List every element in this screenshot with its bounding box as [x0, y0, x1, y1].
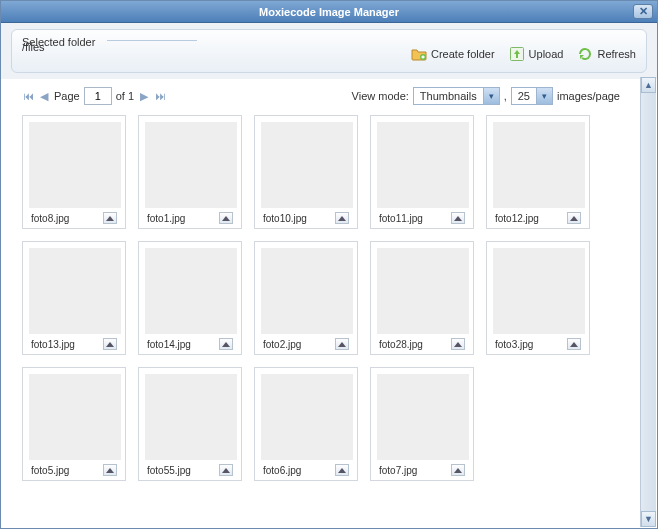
thumbnail-caption: foto8.jpg [29, 208, 119, 228]
viewmode-label: View mode: [352, 90, 409, 102]
thumbnail[interactable]: foto2.jpg [254, 241, 358, 355]
vertical-scrollbar[interactable]: ▲ ▼ [640, 77, 656, 527]
page-label: Page [54, 90, 80, 102]
upload-label: Upload [529, 48, 564, 60]
page-next-button[interactable]: ▶ [138, 90, 150, 102]
thumbnail-image [145, 248, 237, 334]
thumbnail-image [493, 248, 585, 334]
thumbnail-caption: foto14.jpg [145, 334, 235, 354]
viewmode-select[interactable]: Thumbnails ▾ [413, 87, 500, 105]
upload-icon [509, 46, 525, 62]
thumbnail-filename: foto10.jpg [263, 213, 307, 224]
thumbnail-filename: foto11.jpg [379, 213, 423, 224]
thumbnail-menu-button[interactable] [219, 212, 233, 224]
perpage-select[interactable]: 25 ▾ [511, 87, 553, 105]
perpage-value: 25 [512, 90, 536, 102]
page-input[interactable] [84, 87, 112, 105]
thumbnail-filename: foto1.jpg [147, 213, 185, 224]
page-first-button[interactable]: ⏮ [22, 90, 34, 102]
thumbnail-caption: foto5.jpg [29, 460, 119, 480]
thumbnail-menu-button[interactable] [451, 338, 465, 350]
thumbnail-menu-button[interactable] [567, 338, 581, 350]
thumbnail-menu-button[interactable] [219, 338, 233, 350]
thumbnail-grid: foto8.jpgfoto1.jpgfoto10.jpgfoto11.jpgfo… [22, 115, 620, 481]
thumbnail-filename: foto5.jpg [31, 465, 69, 476]
thumbnail-menu-button[interactable] [451, 464, 465, 476]
window: Moxiecode Image Manager ✕ Selected folde… [0, 0, 658, 529]
upload-button[interactable]: Upload [509, 46, 564, 62]
thumbnail[interactable]: foto10.jpg [254, 115, 358, 229]
thumbnail-menu-button[interactable] [103, 338, 117, 350]
thumbnail[interactable]: foto8.jpg [22, 115, 126, 229]
content: ⏮ ◀ Page of 1 ▶ ⏭ View mode: Thumbnails … [2, 77, 656, 527]
refresh-label: Refresh [597, 48, 636, 60]
thumbnail-image [145, 122, 237, 208]
refresh-button[interactable]: Refresh [577, 46, 636, 62]
thumbnail-filename: foto14.jpg [147, 339, 191, 350]
thumbnail[interactable]: foto11.jpg [370, 115, 474, 229]
thumbnail-menu-button[interactable] [103, 464, 117, 476]
create-folder-button[interactable]: Create folder [411, 46, 495, 62]
page-of-label: of 1 [116, 90, 134, 102]
thumbnail-menu-button[interactable] [335, 212, 349, 224]
scroll-down-button[interactable]: ▼ [641, 511, 656, 527]
thumbnail-menu-button[interactable] [219, 464, 233, 476]
thumbnail-image [377, 248, 469, 334]
thumbnail-filename: foto8.jpg [31, 213, 69, 224]
thumbnail-image [261, 374, 353, 460]
page-prev-button[interactable]: ◀ [38, 90, 50, 102]
thumbnail-image [493, 122, 585, 208]
thumbnail[interactable]: foto3.jpg [486, 241, 590, 355]
thumbnail-caption: foto11.jpg [377, 208, 467, 228]
thumbnail[interactable]: foto1.jpg [138, 115, 242, 229]
close-button[interactable]: ✕ [633, 4, 653, 19]
thumbnail-caption: foto7.jpg [377, 460, 467, 480]
scroll-track[interactable] [641, 93, 656, 511]
thumbnail-caption: foto2.jpg [261, 334, 351, 354]
window-title: Moxiecode Image Manager [1, 6, 657, 18]
thumbnail-filename: foto3.jpg [495, 339, 533, 350]
thumbnail[interactable]: foto12.jpg [486, 115, 590, 229]
thumbnail[interactable]: foto14.jpg [138, 241, 242, 355]
thumbnail-menu-button[interactable] [567, 212, 581, 224]
thumbnail-filename: foto28.jpg [379, 339, 423, 350]
folder-block: Selected folder /files [22, 36, 197, 53]
thumbnail[interactable]: foto28.jpg [370, 241, 474, 355]
main: ⏮ ◀ Page of 1 ▶ ⏭ View mode: Thumbnails … [2, 77, 640, 527]
thumbnail[interactable]: foto6.jpg [254, 367, 358, 481]
thumbnail-caption: foto55.jpg [145, 460, 235, 480]
thumbnail[interactable]: foto5.jpg [22, 367, 126, 481]
thumbnail-menu-button[interactable] [335, 464, 349, 476]
thumbnail[interactable]: foto13.jpg [22, 241, 126, 355]
viewmode-suffix: images/page [557, 90, 620, 102]
page-last-button[interactable]: ⏭ [154, 90, 166, 102]
thumbnail[interactable]: foto7.jpg [370, 367, 474, 481]
refresh-icon [577, 46, 593, 62]
thumbnail-caption: foto10.jpg [261, 208, 351, 228]
thumbnail-filename: foto55.jpg [147, 465, 191, 476]
thumbnail-caption: foto3.jpg [493, 334, 583, 354]
thumbnail-menu-button[interactable] [451, 212, 465, 224]
thumbnail-filename: foto6.jpg [263, 465, 301, 476]
viewmode-value: Thumbnails [414, 90, 483, 102]
scroll-up-button[interactable]: ▲ [641, 77, 656, 93]
thumbnail-caption: foto1.jpg [145, 208, 235, 228]
thumbnail-image [145, 374, 237, 460]
thumbnail-caption: foto12.jpg [493, 208, 583, 228]
thumbnail-caption: foto28.jpg [377, 334, 467, 354]
thumbnail-image [29, 122, 121, 208]
thumbnail-image [377, 374, 469, 460]
create-folder-label: Create folder [431, 48, 495, 60]
thumbnail-filename: foto2.jpg [263, 339, 301, 350]
thumbnail-menu-button[interactable] [335, 338, 349, 350]
pager: ⏮ ◀ Page of 1 ▶ ⏭ [22, 87, 166, 105]
thumbnail[interactable]: foto55.jpg [138, 367, 242, 481]
thumbnail-filename: foto12.jpg [495, 213, 539, 224]
thumbnail-image [261, 248, 353, 334]
thumbnail-menu-button[interactable] [103, 212, 117, 224]
thumbnail-image [29, 248, 121, 334]
chevron-down-icon: ▾ [483, 88, 499, 104]
thumbnail-image [29, 374, 121, 460]
viewmode-comma: , [504, 90, 507, 102]
thumbnail-image [261, 122, 353, 208]
